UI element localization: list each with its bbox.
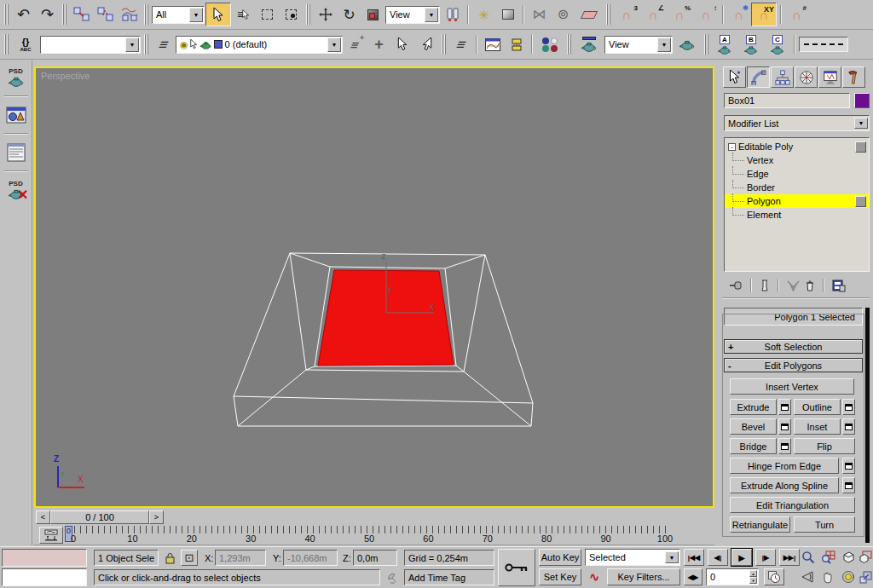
play-button[interactable]: ▶ xyxy=(731,549,752,566)
select-and-move-button[interactable] xyxy=(314,3,337,26)
auto-key-button[interactable]: Auto Key xyxy=(539,549,581,566)
stack-item[interactable]: Edge xyxy=(725,167,869,181)
frame-spinner[interactable]: ▲▼ xyxy=(749,570,757,584)
current-layer-combo[interactable]: ◉ 0 (default) ▼ xyxy=(176,36,343,54)
stack-item-label[interactable]: Polygon xyxy=(747,196,781,206)
go-to-start-button[interactable]: |◀◀ xyxy=(684,549,704,566)
viewport-label[interactable]: Perspective xyxy=(41,71,90,81)
render-preset-b-button[interactable]: B xyxy=(738,32,764,56)
dropdown-arrow-icon[interactable]: ▼ xyxy=(125,37,139,52)
named-selection-sets-button[interactable]: {} ABC xyxy=(12,32,39,56)
layers-flyout-button[interactable]: ≡ xyxy=(152,32,175,56)
snaps-freeze-button[interactable]: ∩❄ xyxy=(727,3,750,26)
add-selection-to-layer-button[interactable]: + xyxy=(367,32,390,56)
pan-button[interactable] xyxy=(818,568,837,585)
edit-triangulation-button[interactable]: Edit Triangulation xyxy=(730,497,855,513)
toolbar-drag-handle[interactable] xyxy=(567,34,571,55)
stack-item-label[interactable]: Editable Poly xyxy=(738,141,793,152)
stack-item[interactable]: - Editable Poly xyxy=(725,140,869,153)
toolbar-drag-handle[interactable] xyxy=(4,34,9,55)
key-filters-button[interactable]: Key Filters... xyxy=(607,568,680,585)
stack-item[interactable]: Border xyxy=(725,181,869,194)
dropdown-arrow-icon[interactable]: ▼ xyxy=(189,8,203,22)
bevel-button[interactable]: Bevel xyxy=(730,418,777,435)
next-frame-slider-button[interactable]: > xyxy=(149,510,164,524)
maxscript-mini-listener-white[interactable] xyxy=(2,568,87,586)
stack-item[interactable]: Polygon xyxy=(725,194,869,208)
stack-item-box[interactable] xyxy=(855,141,866,153)
render-preset-a-button[interactable]: A xyxy=(712,32,737,56)
object-color-swatch[interactable] xyxy=(854,93,870,108)
dropdown-arrow-icon[interactable]: ▼ xyxy=(657,37,671,52)
keyboard-override-box-button[interactable] xyxy=(496,3,519,26)
set-current-layer-button[interactable] xyxy=(415,32,438,56)
tab-utilities[interactable] xyxy=(842,66,865,88)
separator-preset-field[interactable] xyxy=(799,37,848,52)
select-and-manipulate-button[interactable]: ✳ xyxy=(472,3,495,26)
spinner-snap-toggle-button[interactable]: ∩↕ xyxy=(693,3,719,26)
selection-lock-toggle[interactable] xyxy=(162,551,177,566)
current-frame-field[interactable]: 0 ▲▼ xyxy=(706,568,759,585)
render-setup-button[interactable] xyxy=(575,32,604,56)
toolbar-drag-handle[interactable] xyxy=(144,4,148,25)
dropdown-arrow-icon[interactable]: ▼ xyxy=(665,551,679,563)
zoom-button[interactable] xyxy=(800,549,817,566)
insert-vertex-button[interactable]: Insert Vertex xyxy=(730,378,854,395)
select-and-scale-button[interactable] xyxy=(361,3,384,26)
snap-xy-constraint-button[interactable]: ∩XY xyxy=(751,3,777,26)
absolute-offset-mode-toggle[interactable]: ⊡ xyxy=(181,550,198,566)
go-to-end-button[interactable]: ▶▶| xyxy=(779,549,800,566)
set-keys-button[interactable] xyxy=(498,549,535,586)
stack-item-label[interactable]: Border xyxy=(747,182,775,193)
redo-button[interactable]: ↷ xyxy=(36,3,59,26)
undo-button[interactable]: ↶ xyxy=(12,3,35,26)
bridge-button[interactable]: Bridge xyxy=(730,438,777,454)
angle-snap-toggle-button[interactable]: ∩∠ xyxy=(640,3,666,26)
snap-toggle-3d-button[interactable]: ∩3 xyxy=(614,3,639,26)
extrude-settings-button[interactable] xyxy=(778,399,791,415)
form-dialog-button[interactable] xyxy=(2,138,31,167)
time-configuration-button[interactable] xyxy=(764,568,784,585)
panel-scrollbar[interactable] xyxy=(865,308,870,543)
dropdown-arrow-icon[interactable]: ▼ xyxy=(854,118,868,129)
make-unique-icon[interactable] xyxy=(787,280,800,291)
psd-render-off-button[interactable]: PSD ✕ xyxy=(2,176,31,205)
arc-rotate-button[interactable] xyxy=(839,568,858,585)
array-button[interactable]: ⊚ xyxy=(552,3,575,26)
scene-preview-button[interactable] xyxy=(2,101,31,130)
show-end-result-icon[interactable] xyxy=(760,280,770,292)
percent-snap-toggle-button[interactable]: ∩% xyxy=(667,3,692,26)
stack-item[interactable]: Vertex xyxy=(725,153,869,167)
y-coordinate-field[interactable]: -10,668m xyxy=(283,550,338,566)
window-crossing-toggle[interactable] xyxy=(280,3,303,26)
create-new-layer-button[interactable]: ≡✦ xyxy=(344,32,367,56)
select-by-name-button[interactable]: ≡ xyxy=(232,3,255,26)
psd-render-button[interactable]: PSD xyxy=(2,63,31,92)
field-of-view-button[interactable] xyxy=(800,568,817,585)
key-filter-selection-dropdown[interactable]: Selected ▼ xyxy=(585,549,680,566)
configure-modifier-sets-icon[interactable] xyxy=(832,280,846,292)
z-coordinate-field[interactable]: 0,0m xyxy=(353,550,397,566)
x-coordinate-field[interactable]: 1,293m xyxy=(215,550,266,566)
select-and-link-icon[interactable] xyxy=(70,3,93,26)
tab-motion[interactable] xyxy=(795,66,818,88)
selection-filter-dropdown[interactable]: All ▼ xyxy=(152,6,205,24)
material-editor-button[interactable] xyxy=(536,32,564,56)
bind-to-space-warp-icon[interactable] xyxy=(118,3,141,26)
maxscript-mini-listener-pink[interactable] xyxy=(2,549,87,567)
select-object-button[interactable] xyxy=(205,3,231,26)
pin-stack-icon[interactable] xyxy=(729,280,743,291)
quick-render-button[interactable] xyxy=(674,32,701,56)
toolbar-drag-handle[interactable] xyxy=(306,4,310,25)
stack-item-label[interactable]: Edge xyxy=(747,169,769,179)
rollout-soft-selection[interactable]: + Soft Selection xyxy=(724,339,863,354)
schematic-view-button[interactable] xyxy=(505,32,528,56)
add-time-tag-field[interactable]: Add Time Tag xyxy=(404,569,494,585)
unlink-selection-icon[interactable] xyxy=(94,3,117,26)
rollout-edit-polygons[interactable]: - Edit Polygons xyxy=(724,358,863,372)
hinge-settings-button[interactable] xyxy=(842,458,855,474)
outline-settings-button[interactable] xyxy=(842,399,855,415)
track-bar[interactable]: 0 0102030405060708090100 xyxy=(34,526,714,545)
curve-editor-button[interactable] xyxy=(481,32,504,56)
eraser-button[interactable] xyxy=(575,3,603,26)
